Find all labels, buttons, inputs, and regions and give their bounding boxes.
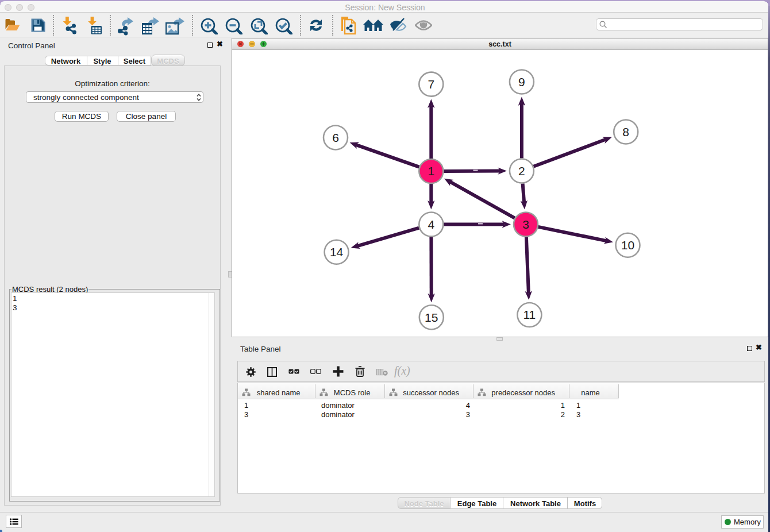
svg-text:4: 4 xyxy=(428,218,434,231)
svg-text:11: 11 xyxy=(523,308,536,321)
svg-text:3: 3 xyxy=(522,218,529,231)
svg-text:15: 15 xyxy=(425,311,438,324)
svg-text:6: 6 xyxy=(332,131,339,144)
svg-text:10: 10 xyxy=(621,238,634,252)
svg-text:14: 14 xyxy=(330,245,344,259)
svg-text:8: 8 xyxy=(622,125,629,138)
svg-text:2: 2 xyxy=(518,164,525,178)
svg-text:1: 1 xyxy=(428,164,434,178)
svg-text:9: 9 xyxy=(518,75,525,88)
svg-text:7: 7 xyxy=(428,78,434,91)
